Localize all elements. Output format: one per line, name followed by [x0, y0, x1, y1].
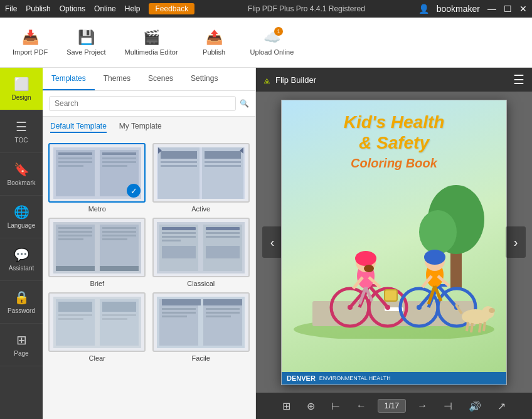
- svg-rect-58: [203, 299, 242, 346]
- svg-rect-19: [205, 165, 241, 167]
- first-page-button[interactable]: ⊢: [326, 398, 345, 415]
- menu-options[interactable]: Options: [60, 4, 85, 13]
- svg-rect-65: [206, 312, 240, 314]
- template-metro[interactable]: ✓ Metro: [48, 143, 147, 213]
- panel: Templates Themes Scenes Settings 🔍 Defau…: [43, 68, 256, 419]
- password-icon: 🔒: [14, 290, 29, 305]
- svg-rect-64: [206, 308, 240, 310]
- bookmark-icon: 🔖: [14, 162, 29, 177]
- prev-page-arrow[interactable]: ‹: [262, 226, 282, 258]
- minimize-button[interactable]: —: [487, 4, 496, 14]
- assistant-label: Assistant: [9, 265, 35, 272]
- multimedia-label: Multimedia Editor: [125, 48, 178, 56]
- page-indicator[interactable]: 1/17: [378, 399, 406, 413]
- template-active[interactable]: Active: [152, 143, 251, 213]
- multimedia-editor-button[interactable]: 🎬 Multimedia Editor: [125, 29, 178, 56]
- upload-online-button[interactable]: ☁️1 Upload Online: [250, 29, 294, 56]
- template-facile[interactable]: Facile: [152, 292, 251, 362]
- upload-icon: ☁️1: [263, 29, 280, 46]
- tab-scenes[interactable]: Scenes: [139, 68, 182, 90]
- username: bookmaker: [437, 4, 480, 14]
- search-input[interactable]: [49, 96, 236, 111]
- flip-logo-icon: ⟁: [263, 73, 270, 87]
- svg-rect-25: [58, 227, 92, 229]
- svg-rect-3: [58, 152, 92, 155]
- page-label: Page: [14, 350, 28, 357]
- subtab-default-template[interactable]: Default Template: [50, 122, 107, 133]
- svg-rect-59: [162, 299, 201, 305]
- sidebar-item-password[interactable]: 🔒 Password: [0, 281, 43, 324]
- svg-rect-38: [162, 227, 196, 230]
- svg-rect-15: [161, 161, 197, 163]
- main-content: ⬜ Design ☰ TOC 🔖 Bookmark 🌐 Language 💬 A…: [0, 68, 532, 419]
- sidebar-item-toc[interactable]: ☰ TOC: [0, 110, 43, 153]
- feedback-button[interactable]: Feedback: [149, 3, 194, 14]
- sidebar-item-bookmark[interactable]: 🔖 Bookmark: [0, 153, 43, 196]
- sidebar-item-page[interactable]: ⊞ Page: [0, 324, 43, 366]
- import-icon: 📥: [22, 29, 39, 46]
- template-thumb-metro[interactable]: ✓: [48, 143, 146, 203]
- svg-point-103: [424, 250, 445, 265]
- hamburger-menu-icon[interactable]: ☰: [513, 72, 524, 87]
- svg-line-109: [467, 322, 468, 331]
- svg-rect-61: [162, 308, 196, 310]
- import-pdf-button[interactable]: 📥 Import PDF: [13, 29, 48, 56]
- template-classical[interactable]: Classical: [152, 218, 251, 287]
- share-button[interactable]: ↗: [492, 398, 511, 415]
- sidebar-item-assistant[interactable]: 💬 Assistant: [0, 238, 43, 281]
- toc-icon: ☰: [16, 119, 27, 134]
- close-button[interactable]: ✕: [519, 4, 527, 14]
- svg-rect-60: [203, 299, 242, 305]
- svg-rect-82: [385, 290, 397, 301]
- menu-publish[interactable]: Publish: [26, 4, 50, 13]
- prev-page-button[interactable]: ←: [351, 398, 371, 414]
- next-page-button[interactable]: →: [412, 398, 432, 414]
- next-page-arrow[interactable]: ›: [506, 226, 526, 258]
- template-facile-label: Facile: [192, 354, 210, 362]
- tab-settings[interactable]: Settings: [182, 68, 226, 90]
- template-brief[interactable]: Brief: [48, 218, 147, 287]
- save-project-button[interactable]: 💾 Save Project: [66, 29, 105, 56]
- publish-icon: 📤: [206, 29, 223, 46]
- sidebar-item-language[interactable]: 🌐 Language: [0, 196, 43, 238]
- svg-rect-57: [159, 299, 198, 346]
- template-thumb-clear[interactable]: [48, 292, 146, 352]
- volume-button[interactable]: 🔊: [464, 398, 486, 415]
- book-title-line2: & Safety: [359, 132, 429, 154]
- last-page-button[interactable]: ⊣: [439, 398, 457, 415]
- denver-subtitle: ENVIRONMENTAL HEALTH: [319, 375, 391, 381]
- publish-button[interactable]: 📤 Publish: [197, 29, 231, 56]
- tab-themes[interactable]: Themes: [95, 68, 139, 90]
- template-clear[interactable]: Clear: [48, 292, 147, 362]
- denver-logo: DENVER: [287, 374, 316, 382]
- zoom-in-button[interactable]: ⊕: [302, 398, 320, 415]
- sidebar-item-design[interactable]: ⬜ Design: [0, 68, 43, 110]
- book-area: ‹ Kid's Health & Safety Coloring Book: [256, 92, 532, 393]
- template-thumb-active[interactable]: [152, 143, 250, 203]
- tab-templates[interactable]: Templates: [43, 68, 95, 90]
- password-label: Password: [8, 307, 35, 314]
- language-icon: 🌐: [14, 204, 29, 220]
- publish-label: Publish: [203, 48, 225, 56]
- menu-file[interactable]: File: [5, 4, 17, 13]
- menu-online[interactable]: Online: [94, 4, 116, 13]
- grid-view-button[interactable]: ⊞: [277, 398, 295, 415]
- svg-rect-45: [206, 236, 240, 238]
- book-footer: DENVER ENVIRONMENTAL HEALTH: [282, 372, 506, 385]
- search-bar: 🔍: [43, 91, 255, 117]
- svg-rect-27: [58, 235, 92, 236]
- template-thumb-classical[interactable]: [152, 218, 250, 277]
- preview-header-left: ⟁ Flip Builder: [263, 73, 316, 87]
- menu-help[interactable]: Help: [125, 4, 141, 13]
- maximize-button[interactable]: ☐: [504, 4, 512, 14]
- subtab-my-template[interactable]: My Template: [119, 122, 162, 133]
- svg-rect-33: [56, 266, 95, 271]
- template-thumb-facile[interactable]: [152, 292, 250, 352]
- template-thumb-brief[interactable]: [48, 218, 146, 277]
- svg-rect-54: [102, 314, 136, 316]
- svg-rect-5: [58, 161, 92, 163]
- svg-rect-46: [206, 246, 240, 258]
- book-illustration: [287, 176, 501, 341]
- svg-rect-42: [162, 246, 196, 258]
- svg-rect-40: [162, 236, 196, 238]
